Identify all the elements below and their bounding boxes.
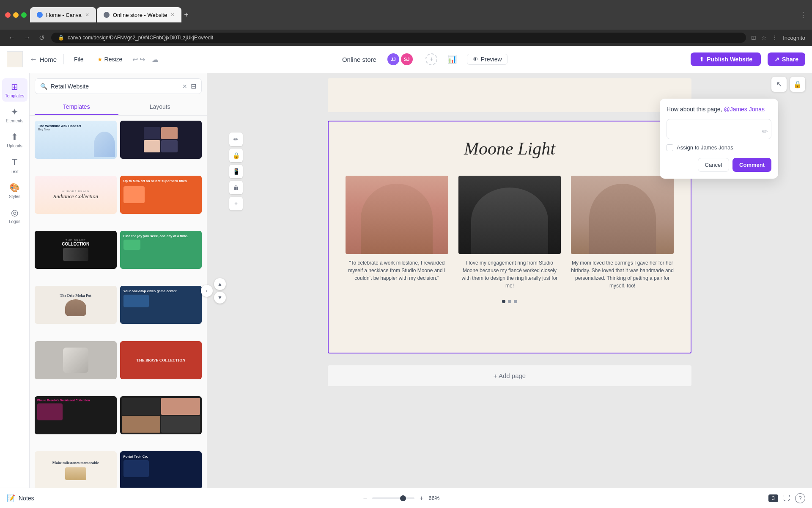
search-icon: 🔍 xyxy=(40,83,47,90)
home-label: Home xyxy=(40,56,57,63)
search-bar: 🔍 ✕ ⊟ xyxy=(30,73,207,99)
lr-cell3 xyxy=(122,416,161,433)
publish-icon: ⬆ xyxy=(699,56,704,63)
template-westmire[interactable]: The Westmire A56 Headset Buy Now xyxy=(35,121,117,159)
template-milestones[interactable]: Make milestones memorable xyxy=(35,451,117,489)
resize-button[interactable]: ★ Resize xyxy=(94,54,126,64)
edit-tool-1[interactable]: ✏ xyxy=(229,133,243,146)
maximize-dot[interactable] xyxy=(21,12,27,18)
mention-link[interactable]: @James Jonas xyxy=(724,106,765,113)
edit-tool-4[interactable]: 🗑 xyxy=(229,181,243,194)
analytics-icon[interactable]: 📊 xyxy=(447,55,457,64)
zoom-in-button[interactable]: + xyxy=(420,494,423,502)
cursor-tool[interactable]: ↖ xyxy=(771,77,787,92)
add-page-button[interactable]: + Add page xyxy=(328,365,691,386)
address-bar[interactable]: 🔒 canva.com/design/DAFNVgs2_p0/f4CFnbQjx… xyxy=(51,33,746,43)
tab-home[interactable]: Home - Canva ✕ xyxy=(30,7,96,22)
template-grey-product[interactable] xyxy=(35,341,117,379)
lock-tool[interactable]: 🔒 xyxy=(790,77,805,92)
template-radiance[interactable]: AURORA BRAID Radiance Collection xyxy=(35,176,117,214)
page-dot-1[interactable] xyxy=(502,300,505,303)
scroll-down-button[interactable]: ▼ xyxy=(214,292,226,304)
fullscreen-button[interactable]: ⛶ xyxy=(783,494,790,502)
tabs-bar: Home - Canva ✕ Online store - Website ✕ … xyxy=(30,7,796,22)
testimonial-1-image xyxy=(346,176,448,254)
tab-online-store[interactable]: Online store - Website ✕ xyxy=(97,7,181,22)
browser-chrome: Home - Canva ✕ Online store - Website ✕ … xyxy=(0,0,812,30)
avatar-jj[interactable]: JJ xyxy=(387,52,400,66)
testimonial-2-text: I love my engagement ring from Studio Mo… xyxy=(458,259,561,290)
share-button[interactable]: ↗ Share xyxy=(768,52,805,66)
publish-button[interactable]: ⬆ Publish Website xyxy=(691,52,761,66)
redo-button[interactable]: ↪ xyxy=(140,55,145,64)
close-dot[interactable] xyxy=(5,12,11,18)
add-collaborator-button[interactable]: + xyxy=(425,53,437,65)
hide-panel-button[interactable]: ‹ xyxy=(201,285,213,297)
zoom-slider[interactable] xyxy=(372,497,414,499)
comment-button[interactable]: Comment xyxy=(732,158,771,172)
eye-icon: 👁 xyxy=(472,56,478,63)
westmire-title: The Westmire A56 Headset xyxy=(38,124,113,128)
template-gaming[interactable]: Your one-stop video game center xyxy=(120,286,202,324)
templates-icon: ⊞ xyxy=(11,82,18,92)
edit-tool-3[interactable]: 📱 xyxy=(229,165,243,178)
browser-menu[interactable]: ⋮ xyxy=(799,10,807,19)
minimize-dot[interactable] xyxy=(13,12,19,18)
template-dark-collab[interactable] xyxy=(120,121,202,159)
help-button[interactable]: ? xyxy=(795,493,805,503)
forward-button[interactable]: → xyxy=(22,32,32,43)
new-tab-button[interactable]: + xyxy=(184,11,189,19)
sidebar-logos-label: Logos xyxy=(9,219,20,224)
page-dot-2[interactable] xyxy=(508,300,511,303)
edit-tool-2[interactable]: 🔒 xyxy=(229,149,243,162)
tab-layouts[interactable]: Layouts xyxy=(118,99,202,115)
search-input[interactable] xyxy=(51,83,179,90)
search-clear-button[interactable]: ✕ xyxy=(182,83,187,90)
tab-templates[interactable]: Templates xyxy=(35,99,118,115)
sidebar-item-styles[interactable]: 🎨 Styles xyxy=(2,179,27,202)
bookmark-icon[interactable]: ☆ xyxy=(761,34,767,41)
cancel-button[interactable]: Cancel xyxy=(698,158,729,172)
template-lightroom[interactable] xyxy=(120,396,202,434)
assign-row: Assign to James Jonas xyxy=(667,144,771,151)
back-icon: ← xyxy=(30,55,37,64)
tab-home-close[interactable]: ✕ xyxy=(85,12,89,18)
template-brave[interactable]: THE BRAVE COLLECTION xyxy=(35,231,117,269)
home-button[interactable]: ← Home xyxy=(30,55,57,64)
search-filter-button[interactable]: ⊟ xyxy=(191,82,196,90)
scroll-up-button[interactable]: ▲ xyxy=(214,278,226,290)
color-swatch[interactable] xyxy=(7,51,23,67)
template-sunkissed[interactable]: Fleure Beauty's Sunkissed Collection xyxy=(35,396,117,434)
cloud-save-icon[interactable]: ☁ xyxy=(152,55,159,64)
elements-icon: ✦ xyxy=(11,107,18,117)
testimonial-1-text: "To celebrate a work milestone, I reward… xyxy=(346,259,448,282)
assign-checkbox[interactable] xyxy=(667,144,673,151)
template-portal[interactable]: Portal Tech Co. xyxy=(120,451,202,489)
sidebar-item-templates[interactable]: ⊞ Templates xyxy=(2,78,27,102)
avatar-sj[interactable]: SJ xyxy=(400,52,414,66)
refresh-button[interactable]: ↺ xyxy=(37,32,46,44)
template-moka[interactable]: The Delo Moka Pot xyxy=(35,286,117,324)
collaborators: JJ SJ xyxy=(387,52,414,66)
undo-button[interactable]: ↩ xyxy=(132,55,138,64)
sidebar-item-logos[interactable]: ◎ Logos xyxy=(2,204,27,227)
sidebar-item-uploads[interactable]: ⬆ Uploads xyxy=(2,128,27,152)
edit-tool-5[interactable]: + xyxy=(229,197,243,210)
zoom-out-button[interactable]: − xyxy=(363,494,367,502)
sidebar-item-elements[interactable]: ✦ Elements xyxy=(2,103,27,127)
notes-label[interactable]: Notes xyxy=(19,495,34,502)
browser-menu-icon[interactable]: ⋮ xyxy=(772,34,778,41)
template-red-fashion[interactable]: THE BRAVE COLLECTION xyxy=(120,341,202,379)
sidebar-item-text[interactable]: T Text xyxy=(2,153,27,177)
back-button[interactable]: ← xyxy=(7,32,17,43)
tab-store-close[interactable]: ✕ xyxy=(170,12,175,18)
template-joy[interactable]: Find the joy you seek, one day at a time… xyxy=(120,231,202,269)
template-sale[interactable]: Up to 50% off on select superhero titles xyxy=(120,176,202,214)
extensions-icon[interactable]: ⊡ xyxy=(751,34,756,41)
tab-home-label: Home - Canva xyxy=(46,12,82,18)
preview-button[interactable]: 👁 Preview xyxy=(467,54,508,65)
file-menu[interactable]: File xyxy=(71,54,87,64)
headset-shape xyxy=(94,132,115,157)
page-dot-3[interactable] xyxy=(514,300,517,303)
comment-input[interactable]: ✏ xyxy=(667,119,771,139)
